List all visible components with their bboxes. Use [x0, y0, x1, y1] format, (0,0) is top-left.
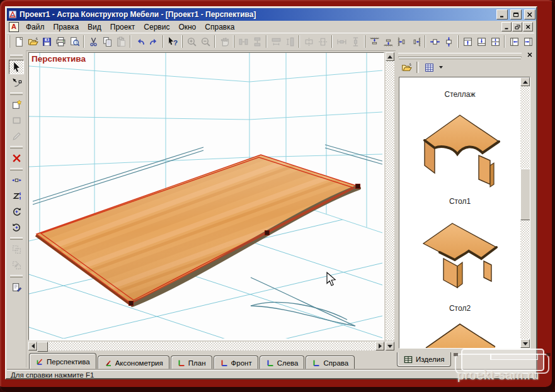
avcenter-icon[interactable]	[488, 35, 502, 48]
maximize-button[interactable]	[510, 9, 522, 20]
scroll-left-button[interactable]	[28, 342, 37, 350]
zoomin-icon	[185, 35, 198, 48]
select-tool[interactable]	[9, 60, 24, 74]
view-label: Перспектива	[31, 54, 86, 64]
rotccw-tool[interactable]	[9, 204, 24, 219]
copy-icon[interactable]	[100, 35, 114, 48]
viewport-vscrollbar[interactable]	[386, 52, 394, 340]
hscroll-thumb[interactable]	[37, 342, 48, 352]
menu-item-project[interactable]: Проект	[106, 21, 140, 33]
mleft-icon[interactable]	[395, 35, 409, 48]
library-item-caption[interactable]: Стеллаж	[399, 90, 520, 99]
abottom-icon[interactable]	[474, 35, 488, 48]
svg-text:?: ?	[173, 38, 178, 46]
library-item-caption[interactable]: Стол2	[399, 304, 520, 313]
panel-drag-grip[interactable]	[398, 53, 522, 57]
moveh-tool[interactable]	[9, 173, 24, 188]
open-icon[interactable]	[26, 35, 40, 48]
rotcw-tool[interactable]	[9, 220, 24, 235]
toolbar-grip[interactable]	[181, 35, 183, 48]
mtop-icon[interactable]	[367, 35, 381, 48]
mdi-close-button[interactable]	[523, 22, 533, 31]
toolbar-grip[interactable]	[364, 35, 365, 48]
menu-item-window[interactable]: Окно	[174, 21, 200, 33]
tab-left[interactable]: Слева	[260, 356, 305, 369]
mdi-restore-button[interactable]	[512, 22, 522, 31]
preview-icon[interactable]	[67, 35, 81, 48]
viewport[interactable]: Перспектива	[28, 52, 384, 340]
scroll-up-button[interactable]	[386, 52, 394, 61]
undo-icon[interactable]	[133, 35, 147, 48]
view-mode-dropdown-icon[interactable]	[439, 66, 443, 70]
scroll-right-button[interactable]	[375, 342, 384, 350]
main-toolbar: ?	[7, 33, 534, 51]
tab-label: Слева	[277, 359, 299, 367]
library-scrollbar[interactable]	[520, 77, 530, 348]
library-scroll-up-button[interactable]	[520, 77, 530, 86]
menu-item-service[interactable]: Сервис	[139, 21, 174, 33]
editnodes-tool[interactable]	[9, 76, 24, 90]
aright-icon[interactable]	[521, 35, 534, 48]
addpanel-tool[interactable]	[9, 98, 24, 112]
minimize-button[interactable]	[496, 9, 508, 20]
library-toolbar	[398, 59, 443, 76]
mright-icon[interactable]	[409, 35, 423, 48]
menu-item-help[interactable]: Справка	[200, 21, 239, 33]
palette-grip[interactable]	[10, 55, 23, 57]
menu-item-edit[interactable]: Правка	[49, 21, 84, 33]
props-tool[interactable]	[9, 280, 24, 294]
menu-item-file[interactable]: Файл	[21, 21, 49, 33]
tab-plan[interactable]: План	[171, 356, 212, 369]
axis-icon-plan	[177, 359, 186, 367]
print-icon[interactable]	[54, 35, 67, 48]
redo-icon[interactable]	[147, 35, 161, 48]
hand-icon	[217, 35, 231, 48]
window-title: Проект1 - Астра Конструктор Мебели - [Пр…	[20, 10, 494, 19]
axis-icon-front	[220, 359, 229, 367]
handle-front-left[interactable]	[129, 301, 134, 306]
toolbar-grip[interactable]	[457, 35, 459, 48]
library-scroll-thumb[interactable]	[520, 169, 530, 220]
sizev-icon[interactable]	[442, 35, 455, 48]
menu-bar: А ФайлПравкаВидПроектСервисОкноСправка	[7, 21, 534, 33]
menu-item-view[interactable]: Вид	[83, 21, 106, 33]
toolbar-separator	[214, 35, 215, 48]
tab-izdeliya[interactable]: Изделия	[397, 352, 451, 367]
scroll-down-button[interactable]	[386, 342, 394, 350]
cut-icon[interactable]	[86, 35, 100, 48]
handle-front-right[interactable]	[356, 184, 360, 189]
library-open-button[interactable]	[398, 60, 415, 75]
sizeh-icon[interactable]	[428, 35, 442, 48]
atop-icon[interactable]	[461, 35, 474, 48]
library-item-image-corner-desk[interactable]	[416, 105, 504, 190]
toolbar-separator	[504, 35, 505, 48]
viewport-hscrollbar[interactable]	[28, 342, 384, 350]
help-icon[interactable]: ?	[166, 35, 180, 48]
mdi-document-icon[interactable]: А	[9, 22, 19, 32]
spanv-icon	[348, 35, 362, 48]
tab-front[interactable]: Фронт	[214, 356, 258, 369]
handle-curve-mid[interactable]	[265, 231, 270, 235]
new-icon[interactable]	[12, 35, 26, 48]
library-item-caption[interactable]: Стол1	[399, 197, 520, 206]
library-scroll-down-button[interactable]	[520, 339, 530, 348]
panel-close-icon[interactable]	[526, 51, 534, 59]
toolbar-grip[interactable]	[9, 35, 10, 48]
mbottom-icon[interactable]	[381, 35, 395, 48]
mdi-minimize-button[interactable]	[501, 22, 512, 31]
library-view-mode-button[interactable]	[421, 60, 437, 75]
save-icon[interactable]	[40, 35, 54, 48]
aleft-icon[interactable]	[507, 35, 521, 48]
movez-tool[interactable]	[9, 189, 24, 203]
close-button[interactable]	[524, 9, 535, 20]
library-list[interactable]: Стеллаж Стол1	[399, 77, 530, 349]
tab-perspective[interactable]: Перспектива	[29, 353, 96, 369]
library-item-image-desk-top-partial[interactable]	[416, 319, 504, 349]
tab-right[interactable]: Справа	[306, 356, 355, 369]
toolbar-separator	[83, 35, 84, 48]
delete-tool[interactable]	[9, 151, 24, 165]
wood-panel[interactable]	[36, 155, 360, 306]
library-item-image-l-shaped-desk[interactable]	[416, 212, 504, 297]
toolbar-grip[interactable]	[233, 35, 234, 48]
tab-axonometry[interactable]: Аксонометрия	[98, 356, 169, 369]
